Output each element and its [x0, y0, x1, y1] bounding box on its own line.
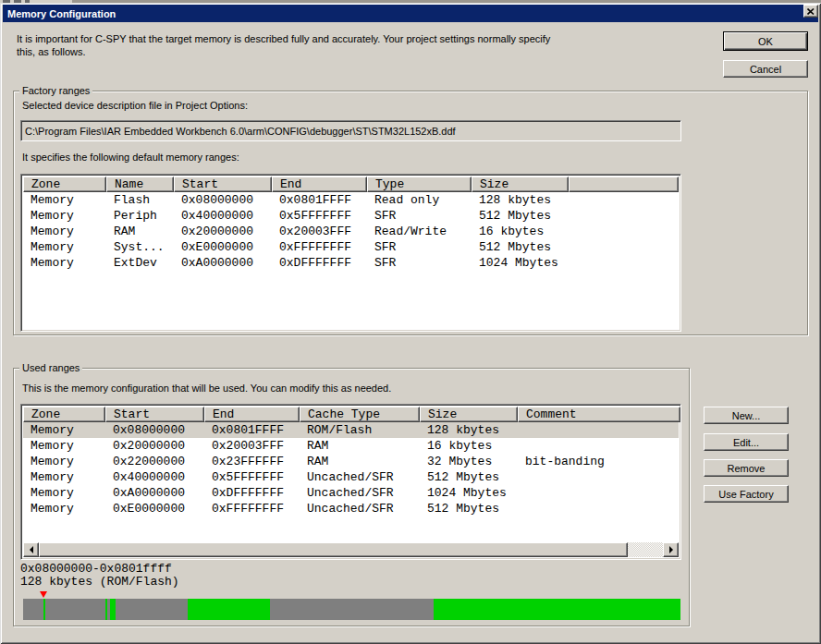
factory-ranges-legend: Factory ranges	[19, 85, 92, 96]
used-table-body: Memory0x080000000x0801FFFFROM/Flash128 k…	[23, 422, 679, 516]
table-cell: SFR	[367, 239, 472, 255]
column-header[interactable]: Start	[174, 176, 272, 192]
new-button[interactable]: New...	[704, 407, 789, 424]
table-cell: Memory	[23, 224, 106, 239]
column-header-filler	[569, 176, 679, 192]
memory-map-used-segment	[110, 599, 116, 620]
default-ranges-label: It specifies the following default memor…	[22, 152, 239, 163]
memory-map-used-segment	[105, 599, 107, 620]
column-header[interactable]: Zone	[23, 407, 105, 422]
table-cell: 0x0801FFFF	[272, 192, 367, 208]
column-header-filler	[680, 407, 681, 422]
device-file-label: Selected device description file in Proj…	[22, 100, 248, 111]
table-cell: Memory	[23, 454, 105, 469]
close-button[interactable]	[803, 5, 818, 18]
column-header[interactable]: Zone	[23, 176, 106, 192]
table-cell: 0x22000000	[105, 454, 204, 469]
table-cell: 1024 Mbytes	[420, 485, 518, 501]
table-cell: 0x20003FFF	[204, 438, 300, 454]
table-row[interactable]: MemoryFlash0x080000000x0801FFFFRead only…	[23, 192, 679, 208]
selected-range-detail: 128 kbytes (ROM/Flash)	[20, 576, 179, 588]
memory-map-used-segment	[43, 599, 45, 620]
used-table-header: ZoneStartEndCache TypeSizeComment	[23, 407, 679, 422]
remove-button[interactable]: Remove	[704, 459, 789, 477]
factory-table-body: MemoryFlash0x080000000x0801FFFFRead only…	[23, 192, 679, 271]
table-cell: 0xA0000000	[105, 485, 204, 501]
cancel-button[interactable]: Cancel	[723, 60, 808, 78]
scrollbar-track[interactable]	[628, 542, 663, 557]
column-header[interactable]: Name	[106, 176, 174, 192]
table-row[interactable]: MemoryExtDev0xA00000000xDFFFFFFFSFR1024 …	[23, 255, 679, 271]
table-row[interactable]: Memory0x200000000x20003FFFRAM16 kbytes	[23, 438, 679, 454]
table-cell: 512 Mbytes	[420, 501, 518, 516]
table-cell: 0xDFFFFFFF	[272, 255, 367, 271]
table-cell: Uncached/SFR	[300, 469, 420, 485]
column-header[interactable]: Start	[105, 407, 204, 422]
table-cell: 0x20000000	[105, 438, 204, 454]
column-header[interactable]: Size	[420, 407, 518, 422]
table-cell: 0x5FFFFFFF	[272, 208, 367, 224]
table-row[interactable]: MemorySyst...0xE00000000xFFFFFFFFSFR512 …	[23, 239, 679, 255]
table-cell: 0x0801FFFF	[204, 422, 300, 438]
memory-map-bar[interactable]	[23, 599, 680, 620]
table-cell: 1024 Mbytes	[472, 255, 569, 271]
table-row[interactable]: MemoryRAM0x200000000x20003FFFRead/Write1…	[23, 224, 679, 239]
table-cell: Syst...	[106, 239, 174, 255]
title-bar[interactable]: Memory Configuration	[3, 5, 818, 22]
column-header[interactable]: Size	[472, 176, 569, 192]
table-row[interactable]: Memory0xE00000000xFFFFFFFFUncached/SFR51…	[23, 501, 679, 516]
table-cell	[518, 438, 680, 454]
used-ranges-table[interactable]: ZoneStartEndCache TypeSizeComment Memory…	[20, 404, 681, 560]
device-file-path-field[interactable]: C:\Program Files\IAR Embedded Workbench …	[20, 120, 681, 141]
table-cell: 0xFFFFFFFF	[272, 239, 367, 255]
table-cell: 16 kbytes	[420, 438, 518, 454]
table-cell: ExtDev	[106, 255, 174, 271]
table-cell: SFR	[367, 208, 472, 224]
horizontal-scrollbar[interactable]	[23, 542, 679, 557]
edit-button[interactable]: Edit...	[704, 433, 789, 451]
column-header[interactable]: Comment	[518, 407, 680, 422]
table-row[interactable]: Memory0x400000000x5FFFFFFFUncached/SFR51…	[23, 469, 679, 485]
table-cell: Memory	[23, 255, 106, 271]
table-cell	[518, 469, 680, 485]
table-row[interactable]: Memory0x220000000x23FFFFFFRAM32 Mbytesbi…	[23, 454, 679, 469]
table-cell: 16 kbytes	[472, 224, 569, 239]
table-row[interactable]: MemoryPeriph0x400000000x5FFFFFFFSFR512 M…	[23, 208, 679, 224]
factory-ranges-table[interactable]: ZoneNameStartEndTypeSize MemoryFlash0x08…	[20, 174, 681, 332]
close-icon	[807, 8, 815, 15]
table-cell: Read/Write	[367, 224, 472, 239]
table-cell	[518, 501, 680, 516]
table-row[interactable]: Memory0x080000000x0801FFFFROM/Flash128 k…	[23, 422, 679, 438]
table-cell: Memory	[23, 469, 105, 485]
use-factory-button[interactable]: Use Factory	[704, 485, 789, 503]
table-cell: 0x40000000	[105, 469, 204, 485]
table-cell: Memory	[23, 208, 106, 224]
table-cell: RAM	[106, 224, 174, 239]
memory-map-used-segment	[188, 599, 270, 620]
table-cell: Read only	[367, 192, 472, 208]
table-cell: Memory	[23, 485, 105, 501]
scroll-left-button[interactable]	[23, 542, 39, 557]
column-header[interactable]: Type	[367, 176, 472, 192]
scrollbar-thumb[interactable]	[39, 542, 628, 557]
table-cell: 512 Mbytes	[472, 239, 569, 255]
column-header[interactable]: End	[272, 176, 367, 192]
column-header[interactable]: End	[204, 407, 300, 422]
memory-configuration-dialog: Memory Configuration It is important for…	[0, 3, 821, 644]
table-cell: 128 kbytes	[472, 192, 569, 208]
used-ranges-legend: Used ranges	[19, 362, 82, 373]
table-cell: Memory	[23, 192, 106, 208]
table-cell: Periph	[106, 208, 174, 224]
intro-line-1: It is important for C-SPY that the targe…	[17, 32, 571, 45]
table-cell: Uncached/SFR	[300, 501, 420, 516]
column-header[interactable]: Cache Type	[300, 407, 420, 422]
factory-table-header: ZoneNameStartEndTypeSize	[23, 176, 679, 192]
table-row[interactable]: Memory0xA00000000xDFFFFFFFUncached/SFR10…	[23, 485, 679, 501]
scroll-right-button[interactable]	[663, 542, 679, 557]
table-cell: 0xE0000000	[174, 239, 272, 255]
table-cell: SFR	[367, 255, 472, 271]
ok-button[interactable]: OK	[723, 31, 808, 51]
table-cell: 0x20000000	[174, 224, 272, 239]
table-cell: 0x08000000	[174, 192, 272, 208]
table-cell: 0xDFFFFFFF	[204, 485, 300, 501]
